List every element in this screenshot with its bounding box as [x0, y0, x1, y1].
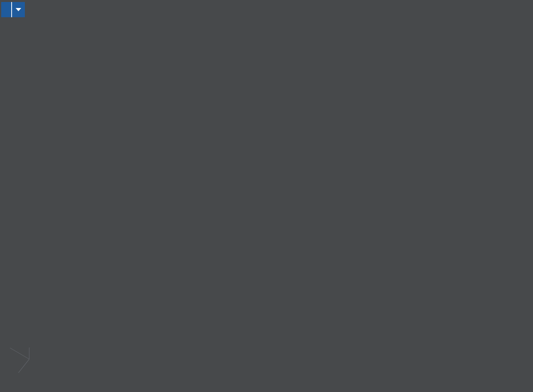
viewport-window — [0, 0, 533, 392]
viewport-menu-button[interactable] — [12, 2, 25, 17]
chevron-down-icon — [16, 8, 21, 11]
viewport-canvas[interactable] — [0, 0, 533, 392]
viewport-title-tab[interactable] — [1, 2, 25, 17]
axis-gizmo — [10, 348, 29, 373]
axis-gizmo-lines — [10, 348, 29, 373]
